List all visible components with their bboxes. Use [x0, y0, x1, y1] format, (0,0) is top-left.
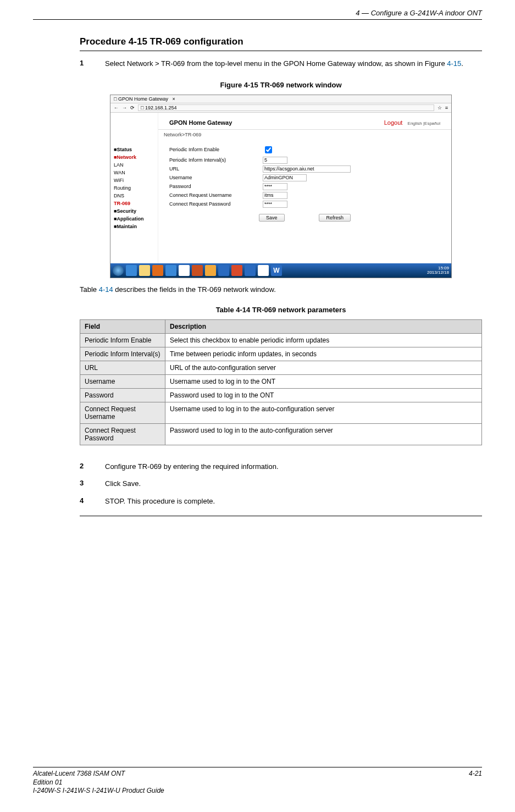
sidebar-item-status: ■Status [110, 146, 158, 153]
star-icon: ☆ [438, 105, 442, 111]
table-ref-link[interactable]: 4-14 [99, 285, 113, 294]
step-2: 2 Configure TR-069 by entering the requi… [80, 462, 482, 472]
table-cell-field: Password [80, 388, 165, 402]
step-3-number: 3 [80, 479, 105, 489]
label-periodic-interval: Periodic Inform Interval(s) [169, 157, 263, 163]
footer-edition: Edition 01 [33, 778, 62, 786]
app6-icon [245, 265, 256, 276]
taskbar: W 15:092013/12/18 [110, 263, 451, 278]
language-links: English |Español [408, 121, 440, 126]
table-cell-desc: Select this checkbox to enable periodic … [165, 333, 482, 347]
sidebar-item-wan: WAN [110, 169, 158, 176]
table-cell-field: Periodic Inform Interval(s) [80, 347, 165, 361]
word-icon: W [271, 265, 282, 276]
label-periodic-enable: Periodic Inform Enable [169, 147, 263, 152]
app1-icon [165, 265, 176, 276]
step-1-text-a: Select Network > TR-069 from the top-lev… [105, 59, 447, 68]
figure-caption: Figure 4-15 TR-069 network window [80, 81, 482, 89]
reload-icon: ⟳ [130, 105, 135, 111]
sidebar: ■Status ■Network LAN WAN WiFi Routing DN… [110, 113, 158, 263]
step-1: 1 Select Network > TR-069 from the top-l… [80, 59, 482, 69]
app3-icon [205, 265, 216, 276]
password-input [263, 183, 287, 190]
table-cell-field: Connect Request Username [80, 402, 165, 423]
app5-icon [231, 265, 242, 276]
sidebar-item-tr069: TR-069 [110, 200, 158, 207]
procedure-end-rule [80, 516, 482, 516]
creq-pass-input [263, 201, 287, 208]
step-2-number: 2 [80, 462, 105, 472]
table-cell-desc: Time between periodic inform updates, in… [165, 347, 482, 361]
table-intro-text: Table 4-14 describes the fields in the T… [80, 285, 482, 294]
table-cell-field: Periodic Inform Enable [80, 333, 165, 347]
footer-guide: I-240W-S I-241W-S I-241W-U Product Guide [33, 787, 164, 794]
back-icon: ← [114, 105, 119, 111]
sidebar-item-network: ■Network [110, 153, 158, 161]
sidebar-item-routing: Routing [110, 184, 158, 192]
creq-user-input [263, 192, 287, 199]
logout-link: Logout [384, 119, 403, 126]
sidebar-item-lan: LAN [110, 161, 158, 169]
table-caption: Table 4-14 TR-069 network parameters [80, 306, 482, 314]
refresh-button: Refresh [319, 214, 351, 222]
label-username: Username [169, 175, 263, 180]
table-cell-field: Connect Request Password [80, 423, 165, 445]
embedded-screenshot: □ GPON Home Gateway × ← → ⟳ □ 192.168.1.… [110, 95, 452, 278]
table-row: PasswordPassword used to log in to the O… [80, 388, 482, 402]
procedure-title: Procedure 4-15 TR-069 configuration [80, 36, 482, 51]
table-cell-desc: Password used to log in to the auto-conf… [165, 423, 482, 445]
app2-icon [192, 265, 203, 276]
table-row: UsernameUsername used to log in to the O… [80, 374, 482, 388]
browser-tab: □ GPON Home Gateway × [110, 95, 451, 103]
address-bar: ← → ⟳ □ 192.168.1.254 ☆ ≡ [110, 103, 451, 113]
sidebar-item-security: ■Security [110, 207, 158, 215]
breadcrumb: Network>TR-069 [158, 130, 451, 140]
step-3: 3 Click Save. [80, 479, 482, 489]
chrome-icon [179, 265, 190, 276]
step-2-body: Configure TR-069 by entering the require… [105, 462, 482, 472]
step-1-body: Select Network > TR-069 from the top-lev… [105, 59, 482, 69]
table-cell-desc: Username used to log in to the auto-conf… [165, 402, 482, 423]
forward-icon: → [122, 105, 127, 111]
form: Periodic Inform Enable Periodic Inform I… [158, 140, 451, 227]
step-1-text-b: . [461, 59, 463, 68]
step-4-body: STOP. This procedure is complete. [105, 496, 482, 506]
sidebar-item-wifi: WiFi [110, 176, 158, 184]
url-input [263, 165, 351, 173]
sidebar-item-dns: DNS [110, 192, 158, 200]
footer-page-number: 4-21 [469, 770, 482, 796]
figure-ref-link[interactable]: 4-15 [447, 59, 461, 68]
url-field: □ 192.168.1.254 [138, 104, 434, 111]
label-password: Password [169, 184, 263, 189]
username-input [263, 174, 307, 181]
table-row: Periodic Inform Interval(s)Time between … [80, 347, 482, 361]
app7-icon [258, 265, 269, 276]
page-footer: Alcatel-Lucent 7368 ISAM ONT Edition 01 … [33, 767, 482, 796]
label-url: URL [169, 166, 263, 172]
table-cell-desc: URL of the auto-configuration server [165, 361, 482, 374]
table-cell-field: Username [80, 374, 165, 388]
page-title: GPON Home Gateway [169, 119, 232, 126]
step-4-number: 4 [80, 496, 105, 506]
label-creq-user: Connect Request Username [169, 192, 263, 198]
browser-tab-title: GPON Home Gateway [118, 96, 168, 102]
table-cell-desc: Password used to log in to the ONT [165, 388, 482, 402]
menu-icon: ≡ [445, 105, 448, 111]
firefox-icon [152, 265, 163, 276]
table-row: Connect Request UsernameUsername used to… [80, 402, 482, 423]
table-head-desc: Description [165, 319, 482, 333]
ie-icon [126, 265, 137, 276]
table-intro-prefix: Table [80, 285, 99, 294]
explorer-icon [139, 265, 150, 276]
page-title-row: GPON Home Gateway Logout English |Españo… [158, 116, 451, 130]
sidebar-item-application: ■Application [110, 215, 158, 223]
step-4: 4 STOP. This procedure is complete. [80, 496, 482, 506]
start-orb-icon [113, 265, 124, 276]
table-head-field: Field [80, 319, 165, 333]
taskbar-clock: 15:092013/12/18 [427, 266, 449, 275]
periodic-enable-checkbox [265, 146, 272, 153]
label-creq-pass: Connect Request Password [169, 201, 263, 207]
params-table: Field Description Periodic Inform Enable… [80, 319, 482, 445]
table-row: Connect Request PasswordPassword used to… [80, 423, 482, 445]
footer-product: Alcatel-Lucent 7368 ISAM ONT [33, 770, 125, 777]
